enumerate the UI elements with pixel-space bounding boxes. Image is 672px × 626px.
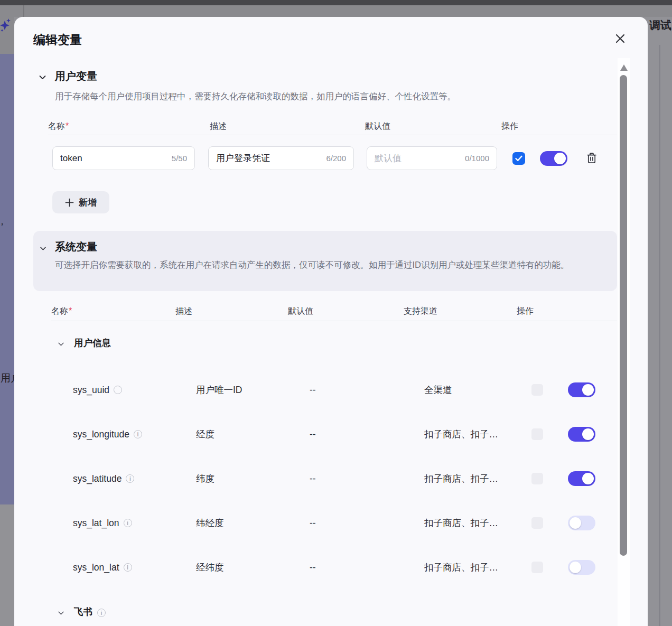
column-header: 描述	[175, 306, 192, 317]
system-variables-description: 可选择开启你需要获取的，系统在用户在请求自动产生的数据，仅可读不可修改。如用于通…	[55, 257, 612, 273]
disabled-checkbox	[531, 562, 543, 573]
system-variable-row: sys_latitude i 纬度 -- 扣子商店、扣子…	[14, 471, 617, 486]
enable-checkbox[interactable]	[512, 152, 525, 165]
info-icon[interactable]: i	[126, 474, 134, 483]
variable-name: sys_lat_lon	[73, 516, 119, 530]
variable-default-value: --	[310, 516, 316, 530]
toggle-knob	[582, 384, 594, 396]
toggle-knob	[582, 473, 594, 484]
variable-description: 纬经度	[196, 516, 224, 530]
close-button[interactable]	[613, 31, 628, 46]
variable-desc-input[interactable]: 用户登录凭证 6/200	[208, 146, 354, 170]
chevron-down-icon[interactable]	[39, 245, 47, 253]
info-icon[interactable]: i	[97, 609, 106, 617]
system-variable-row: sys_uuid 用户唯一ID -- 全渠道	[14, 382, 617, 397]
column-header: 支持渠道	[404, 306, 437, 317]
variable-default-input[interactable]: 默认值 0/1000	[367, 146, 497, 170]
variable-channels: 扣子商店、扣子…	[424, 560, 498, 575]
variable-default-value: --	[310, 471, 316, 486]
group-label: 用户信息	[74, 337, 111, 349]
table-divider	[51, 321, 617, 321]
chevron-down-icon	[57, 340, 65, 348]
disabled-checkbox	[531, 473, 543, 484]
close-icon	[614, 33, 626, 44]
user-variables-description: 用于存储每个用户使用项目过程中，需要持久化存储和读取的数据，如用户的语言偏好、个…	[55, 88, 578, 104]
toggle-knob	[582, 428, 594, 440]
system-variables-section-title: 系统变量	[55, 240, 97, 254]
backdrop-left-bottom	[0, 504, 14, 626]
group-label: 飞书	[74, 605, 92, 618]
variable-description: 经纬度	[196, 560, 224, 575]
backdrop-text-fragment: ，	[0, 214, 7, 228]
variable-channels: 扣子商店、扣子…	[424, 427, 498, 442]
toggle-knob	[570, 517, 581, 529]
variable-description: 经度	[196, 427, 214, 442]
screen: ， 用户 调试 编辑变量 用户变量 用于存储每个用户使用项目过程中，需要持久化存…	[0, 0, 672, 626]
variable-name: sys_uuid	[73, 382, 109, 397]
scrollbar-thumb[interactable]	[620, 75, 627, 556]
info-icon[interactable]	[114, 386, 122, 394]
variable-toggle[interactable]	[540, 151, 567, 166]
browser-top-strip	[0, 0, 672, 5]
char-counter: 5/50	[172, 154, 187, 163]
backdrop-left-panel	[0, 54, 14, 504]
table-divider	[48, 135, 617, 135]
variable-toggle[interactable]	[568, 471, 595, 486]
disabled-checkbox	[531, 384, 543, 396]
system-variables-section-header: 系统变量 可选择开启你需要获取的，系统在用户在请求自动产生的数据，仅可读不可修改…	[33, 231, 617, 291]
edit-variables-dialog: 编辑变量 用户变量 用于存储每个用户使用项目过程中，需要持久化存储和读取的数据，…	[14, 17, 648, 626]
column-header: 操作	[517, 306, 534, 317]
system-variable-row: sys_lat_lon i 纬经度 -- 扣子商店、扣子…	[14, 516, 617, 530]
variable-description: 纬度	[196, 471, 214, 486]
variable-toggle[interactable]	[568, 560, 595, 575]
variable-default-placeholder: 默认值	[375, 152, 461, 164]
coze-logo-icon	[0, 18, 13, 32]
delete-variable-button[interactable]	[586, 152, 598, 166]
variable-default-value: --	[310, 427, 316, 442]
user-variables-section-title: 用户变量	[55, 69, 97, 83]
column-header: 名称*	[51, 306, 72, 317]
info-icon[interactable]: i	[134, 430, 142, 438]
backdrop-right-divider	[659, 45, 660, 626]
variable-toggle[interactable]	[568, 382, 595, 397]
dialog-title: 编辑变量	[33, 32, 82, 48]
variable-name: sys_lon_lat	[73, 560, 119, 575]
required-mark: *	[69, 306, 72, 315]
trash-icon	[586, 152, 598, 164]
info-icon[interactable]: i	[124, 563, 132, 572]
column-header: 名称*	[48, 121, 69, 132]
toggle-knob	[570, 562, 581, 573]
add-button-label: 新增	[79, 197, 97, 209]
variable-name: sys_longitude	[73, 427, 129, 442]
variable-default-value: --	[310, 382, 316, 397]
chevron-down-icon	[57, 609, 65, 617]
variable-channels: 全渠道	[424, 382, 452, 397]
info-icon[interactable]: i	[124, 519, 132, 527]
variable-name-value: token	[60, 153, 167, 164]
char-counter: 6/200	[326, 154, 346, 163]
variable-desc-value: 用户登录凭证	[216, 152, 322, 164]
system-variable-row: sys_lon_lat i 经纬度 -- 扣子商店、扣子…	[14, 560, 617, 575]
scrollbar-up-arrow[interactable]	[620, 64, 628, 71]
char-counter: 0/1000	[465, 154, 489, 163]
disabled-checkbox	[531, 428, 543, 440]
variable-description: 用户唯一ID	[196, 382, 242, 397]
variable-toggle[interactable]	[568, 516, 595, 530]
check-icon	[515, 155, 522, 162]
debug-button[interactable]: 调试	[649, 18, 671, 33]
variable-name: sys_latitude	[73, 471, 122, 486]
column-header: 操作	[501, 121, 518, 132]
header-divider	[23, 5, 24, 17]
column-header: 描述	[210, 121, 227, 132]
add-variable-button[interactable]: 新增	[52, 191, 109, 213]
column-header: 默认值	[288, 306, 313, 317]
chevron-down-icon[interactable]	[38, 73, 47, 82]
variable-channels: 扣子商店、扣子…	[424, 471, 498, 486]
info-icon[interactable]	[95, 340, 104, 348]
column-header: 默认值	[365, 121, 390, 132]
toggle-knob	[554, 153, 566, 164]
variable-toggle[interactable]	[568, 427, 595, 442]
variable-name-input[interactable]: token 5/50	[52, 146, 195, 170]
plus-icon	[65, 198, 74, 207]
system-variable-row: sys_longitude i 经度 -- 扣子商店、扣子…	[14, 427, 617, 442]
